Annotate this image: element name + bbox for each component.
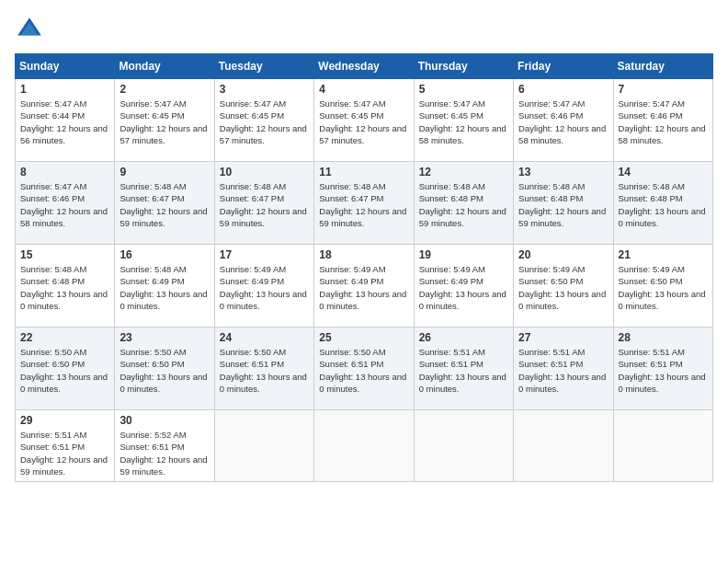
weekday-header: Friday [514, 54, 613, 79]
calendar-day-cell: 4 Sunrise: 5:47 AM Sunset: 6:45 PM Dayli… [314, 79, 414, 162]
day-info: Sunrise: 5:49 AM Sunset: 6:50 PM Dayligh… [518, 263, 608, 312]
day-number: 30 [119, 414, 209, 427]
day-number: 28 [619, 331, 708, 344]
calendar-day-cell: 28 Sunrise: 5:51 AM Sunset: 6:51 PM Dayl… [613, 327, 712, 410]
day-info: Sunrise: 5:48 AM Sunset: 6:48 PM Dayligh… [419, 180, 508, 229]
calendar-day-cell [414, 410, 513, 482]
day-number: 27 [518, 331, 608, 344]
calendar-day-cell: 15 Sunrise: 5:48 AM Sunset: 6:48 PM Dayl… [16, 245, 115, 327]
page-header [15, 15, 713, 44]
weekday-header: Monday [115, 54, 214, 79]
day-number: 16 [119, 248, 209, 261]
calendar-day-cell: 18 Sunrise: 5:49 AM Sunset: 6:49 PM Dayl… [314, 245, 414, 327]
day-number: 13 [518, 166, 608, 178]
day-info: Sunrise: 5:50 AM Sunset: 6:50 PM Dayligh… [20, 346, 109, 395]
day-info: Sunrise: 5:48 AM Sunset: 6:47 PM Dayligh… [119, 180, 209, 229]
weekday-header: Tuesday [214, 54, 313, 79]
day-number: 24 [220, 331, 309, 344]
day-info: Sunrise: 5:51 AM Sunset: 6:51 PM Dayligh… [518, 346, 608, 395]
day-info: Sunrise: 5:48 AM Sunset: 6:48 PM Dayligh… [619, 180, 708, 229]
weekday-header: Thursday [414, 54, 513, 79]
calendar-day-cell [514, 410, 613, 482]
day-number: 8 [20, 166, 109, 178]
calendar-day-cell: 14 Sunrise: 5:48 AM Sunset: 6:48 PM Dayl… [613, 162, 712, 245]
calendar-day-cell: 6 Sunrise: 5:47 AM Sunset: 6:46 PM Dayli… [514, 79, 613, 162]
calendar-day-cell: 29 Sunrise: 5:51 AM Sunset: 6:51 PM Dayl… [16, 410, 115, 482]
calendar-day-cell: 7 Sunrise: 5:47 AM Sunset: 6:46 PM Dayli… [613, 79, 712, 162]
calendar-day-cell: 1 Sunrise: 5:47 AM Sunset: 6:44 PM Dayli… [16, 79, 115, 162]
day-info: Sunrise: 5:47 AM Sunset: 6:44 PM Dayligh… [20, 98, 109, 146]
day-number: 26 [419, 331, 508, 344]
calendar-day-cell: 9 Sunrise: 5:48 AM Sunset: 6:47 PM Dayli… [115, 162, 214, 245]
calendar-week-row: 1 Sunrise: 5:47 AM Sunset: 6:44 PM Dayli… [16, 79, 713, 162]
weekday-header: Wednesday [314, 54, 414, 79]
calendar-day-cell: 5 Sunrise: 5:47 AM Sunset: 6:45 PM Dayli… [414, 79, 513, 162]
calendar-day-cell: 2 Sunrise: 5:47 AM Sunset: 6:45 PM Dayli… [115, 79, 214, 162]
weekday-header-row: SundayMondayTuesdayWednesdayThursdayFrid… [16, 54, 713, 79]
day-number: 9 [119, 166, 209, 178]
day-info: Sunrise: 5:50 AM Sunset: 6:51 PM Dayligh… [319, 346, 408, 395]
logo-icon [15, 15, 44, 44]
day-info: Sunrise: 5:52 AM Sunset: 6:51 PM Dayligh… [119, 429, 209, 477]
day-info: Sunrise: 5:49 AM Sunset: 6:49 PM Dayligh… [419, 263, 508, 312]
day-number: 23 [119, 331, 209, 344]
day-info: Sunrise: 5:48 AM Sunset: 6:48 PM Dayligh… [20, 263, 109, 312]
calendar-day-cell: 24 Sunrise: 5:50 AM Sunset: 6:51 PM Dayl… [214, 327, 313, 410]
day-number: 12 [419, 166, 508, 178]
calendar-day-cell: 3 Sunrise: 5:47 AM Sunset: 6:45 PM Dayli… [214, 79, 313, 162]
calendar-day-cell: 26 Sunrise: 5:51 AM Sunset: 6:51 PM Dayl… [414, 327, 513, 410]
day-number: 19 [419, 248, 508, 261]
calendar-week-row: 8 Sunrise: 5:47 AM Sunset: 6:46 PM Dayli… [16, 162, 713, 245]
day-number: 6 [518, 83, 608, 96]
calendar-day-cell: 17 Sunrise: 5:49 AM Sunset: 6:49 PM Dayl… [214, 245, 313, 327]
day-info: Sunrise: 5:47 AM Sunset: 6:45 PM Dayligh… [419, 98, 508, 146]
day-info: Sunrise: 5:49 AM Sunset: 6:49 PM Dayligh… [319, 263, 408, 312]
calendar-day-cell: 19 Sunrise: 5:49 AM Sunset: 6:49 PM Dayl… [414, 245, 513, 327]
calendar-day-cell: 22 Sunrise: 5:50 AM Sunset: 6:50 PM Dayl… [16, 327, 115, 410]
day-info: Sunrise: 5:51 AM Sunset: 6:51 PM Dayligh… [619, 346, 708, 395]
day-info: Sunrise: 5:48 AM Sunset: 6:49 PM Dayligh… [119, 263, 209, 312]
calendar-week-row: 22 Sunrise: 5:50 AM Sunset: 6:50 PM Dayl… [16, 327, 713, 410]
day-info: Sunrise: 5:47 AM Sunset: 6:45 PM Dayligh… [220, 98, 309, 146]
calendar-day-cell: 8 Sunrise: 5:47 AM Sunset: 6:46 PM Dayli… [16, 162, 115, 245]
day-info: Sunrise: 5:50 AM Sunset: 6:50 PM Dayligh… [119, 346, 209, 395]
calendar-day-cell: 20 Sunrise: 5:49 AM Sunset: 6:50 PM Dayl… [514, 245, 613, 327]
weekday-header: Saturday [613, 54, 712, 79]
day-number: 22 [20, 331, 109, 344]
calendar-day-cell [613, 410, 712, 482]
day-number: 1 [20, 83, 109, 96]
day-info: Sunrise: 5:48 AM Sunset: 6:48 PM Dayligh… [518, 180, 608, 229]
day-info: Sunrise: 5:51 AM Sunset: 6:51 PM Dayligh… [20, 429, 109, 477]
calendar-day-cell: 13 Sunrise: 5:48 AM Sunset: 6:48 PM Dayl… [514, 162, 613, 245]
day-info: Sunrise: 5:51 AM Sunset: 6:51 PM Dayligh… [419, 346, 508, 395]
calendar-day-cell: 12 Sunrise: 5:48 AM Sunset: 6:48 PM Dayl… [414, 162, 513, 245]
calendar-day-cell: 10 Sunrise: 5:48 AM Sunset: 6:47 PM Dayl… [214, 162, 313, 245]
day-number: 20 [518, 248, 608, 261]
day-number: 15 [20, 248, 109, 261]
day-info: Sunrise: 5:47 AM Sunset: 6:46 PM Dayligh… [518, 98, 608, 146]
day-number: 3 [220, 83, 309, 96]
calendar-day-cell: 21 Sunrise: 5:49 AM Sunset: 6:50 PM Dayl… [613, 245, 712, 327]
day-info: Sunrise: 5:47 AM Sunset: 6:46 PM Dayligh… [619, 98, 708, 146]
day-number: 4 [319, 83, 408, 96]
calendar-day-cell: 11 Sunrise: 5:48 AM Sunset: 6:47 PM Dayl… [314, 162, 414, 245]
day-info: Sunrise: 5:49 AM Sunset: 6:50 PM Dayligh… [619, 263, 708, 312]
calendar-day-cell: 30 Sunrise: 5:52 AM Sunset: 6:51 PM Dayl… [115, 410, 214, 482]
day-number: 11 [319, 166, 408, 178]
day-number: 25 [319, 331, 408, 344]
calendar-day-cell: 27 Sunrise: 5:51 AM Sunset: 6:51 PM Dayl… [514, 327, 613, 410]
calendar-day-cell: 25 Sunrise: 5:50 AM Sunset: 6:51 PM Dayl… [314, 327, 414, 410]
weekday-header: Sunday [16, 54, 115, 79]
calendar-day-cell: 23 Sunrise: 5:50 AM Sunset: 6:50 PM Dayl… [115, 327, 214, 410]
day-number: 17 [220, 248, 309, 261]
day-number: 18 [319, 248, 408, 261]
day-number: 2 [119, 83, 209, 96]
day-number: 21 [619, 248, 708, 261]
day-info: Sunrise: 5:50 AM Sunset: 6:51 PM Dayligh… [220, 346, 309, 395]
calendar-day-cell [314, 410, 414, 482]
calendar-week-row: 15 Sunrise: 5:48 AM Sunset: 6:48 PM Dayl… [16, 245, 713, 327]
day-info: Sunrise: 5:48 AM Sunset: 6:47 PM Dayligh… [220, 180, 309, 229]
day-info: Sunrise: 5:49 AM Sunset: 6:49 PM Dayligh… [220, 263, 309, 312]
day-info: Sunrise: 5:47 AM Sunset: 6:45 PM Dayligh… [319, 98, 408, 146]
day-number: 7 [619, 83, 708, 96]
